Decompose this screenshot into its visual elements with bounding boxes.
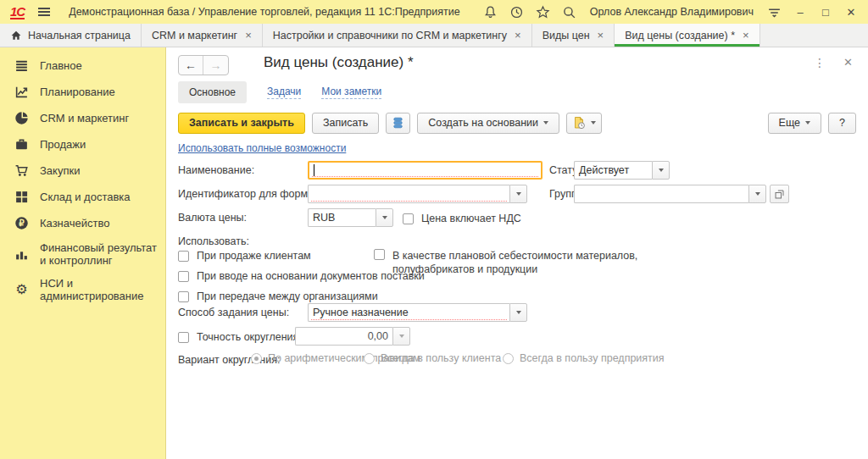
rounding-arithmetic-radio[interactable] xyxy=(251,353,262,364)
sidebar-item-label: Продажи xyxy=(40,138,86,151)
sidebar-item-finance[interactable]: Финансовый результат и контроллинг xyxy=(0,236,165,272)
notifications-bell-icon[interactable] xyxy=(483,5,498,19)
use-sale-checkbox[interactable] xyxy=(178,251,189,262)
rounding-precision-input[interactable]: 0,00 xyxy=(295,327,392,346)
use-sale-label[interactable]: При продаже клиентам xyxy=(197,249,311,263)
rounding-company-favor-radio[interactable] xyxy=(503,353,514,364)
sidebar-item-label: Казначейство xyxy=(40,217,109,230)
cart-icon xyxy=(14,163,29,178)
tab-label: Начальная страница xyxy=(28,30,131,41)
use-interorg-checkbox[interactable] xyxy=(178,291,189,302)
save-button[interactable]: Записать xyxy=(312,113,379,134)
sidebar-item-administration[interactable]: ⚙ НСИ и администрирование xyxy=(0,272,165,307)
history-icon[interactable] xyxy=(509,5,524,19)
window-close-button[interactable]: ✕ xyxy=(844,6,858,19)
rounding-precision-value: 0,00 xyxy=(368,330,388,342)
gear-icon: ⚙ xyxy=(14,283,29,296)
use-planned-cost-checkbox[interactable] xyxy=(374,249,385,260)
chevron-down-icon xyxy=(659,169,664,172)
service-menu-icon[interactable] xyxy=(767,5,782,19)
tab-home[interactable]: Начальная страница xyxy=(0,24,142,47)
sidebar-item-purchases[interactable]: Закупки xyxy=(0,158,165,184)
rounding-client-favor-label[interactable]: Всегда в пользу клиента xyxy=(381,352,501,364)
create-based-on-button[interactable]: Создать на основании xyxy=(417,113,559,134)
window-maximize-button[interactable]: □ xyxy=(819,6,832,19)
sidebar-item-label: Главное xyxy=(40,59,82,72)
help-label: ? xyxy=(839,117,845,129)
sidebar-item-sales[interactable]: Продажи xyxy=(0,131,165,158)
tab-tasks[interactable]: Задачи xyxy=(267,86,301,99)
sidebar-item-treasury[interactable]: ₽ Казначейство xyxy=(0,210,165,236)
tab-price-kind-new[interactable]: Вид цены (создание) * × xyxy=(615,24,760,47)
open-in-new-icon xyxy=(774,189,785,200)
status-input[interactable]: Действует xyxy=(574,161,652,180)
more-button[interactable]: Еще xyxy=(768,113,821,134)
more-label: Еще xyxy=(779,117,800,129)
rounding-company-favor-label[interactable]: Всегда в пользу предприятия xyxy=(520,352,665,364)
sidebar-item-warehouse[interactable]: Склад и доставка xyxy=(0,184,165,210)
sidebar-item-planning[interactable]: Планирование xyxy=(0,79,165,105)
pie-chart-icon xyxy=(14,111,29,125)
tab-my-notes[interactable]: Мои заметки xyxy=(321,86,381,99)
name-input[interactable] xyxy=(308,161,542,180)
group-input[interactable] xyxy=(574,185,748,203)
form-title: Вид цены (создание) * xyxy=(264,54,414,71)
use-supply-docs-checkbox[interactable] xyxy=(178,271,189,282)
chevron-down-icon xyxy=(591,121,596,124)
tab-close-icon[interactable]: × xyxy=(515,29,521,41)
sidebar-item-main[interactable]: Главное xyxy=(0,53,165,79)
currency-input[interactable]: RUB xyxy=(308,208,376,227)
group-open-button[interactable] xyxy=(770,185,789,203)
tab-crm-settings[interactable]: Настройки и справочники по CRM и маркети… xyxy=(263,24,532,47)
use-interorg-label[interactable]: При передаче между организациями xyxy=(197,290,378,303)
use-planned-cost-label[interactable]: В качестве плановой себестоимости матери… xyxy=(392,249,664,276)
svg-text:₽: ₽ xyxy=(19,218,25,228)
sidebar-item-label: CRM и маркетинг xyxy=(40,112,129,124)
sidebar-item-crm[interactable]: CRM и маркетинг xyxy=(0,105,165,131)
help-button[interactable]: ? xyxy=(828,113,856,134)
forward-button[interactable]: → xyxy=(203,56,228,75)
rounding-precision-label[interactable]: Точность округления: xyxy=(197,330,302,344)
current-user[interactable]: Орлов Александр Владимирович xyxy=(590,6,754,18)
main-menu-icon[interactable] xyxy=(38,8,50,16)
tab-crm-marketing[interactable]: CRM и маркетинг × xyxy=(142,24,263,47)
save-and-close-button[interactable]: Записать и закрыть xyxy=(178,113,305,134)
document-register-records-button[interactable] xyxy=(386,113,410,134)
open-windows-tabbar: Начальная страница CRM и маркетинг × Нас… xyxy=(0,24,868,47)
tab-price-kinds[interactable]: Виды цен × xyxy=(532,24,615,47)
use-full-features-link[interactable]: Использовать полные возможности xyxy=(178,142,346,154)
tab-main[interactable]: Основное xyxy=(178,81,247,103)
vat-included-checkbox[interactable] xyxy=(403,213,414,224)
back-button[interactable]: ← xyxy=(179,56,203,75)
grid-icon xyxy=(14,190,29,204)
window-minimize-button[interactable]: – xyxy=(793,6,807,19)
method-label: Способ задания цены: xyxy=(178,303,289,322)
currency-value: RUB xyxy=(313,212,335,224)
change-history-button[interactable] xyxy=(566,113,602,134)
tab-close-icon[interactable]: × xyxy=(245,29,252,41)
required-field-marker xyxy=(311,319,507,320)
rounding-precision-checkbox[interactable] xyxy=(178,332,189,343)
search-icon[interactable] xyxy=(562,5,576,19)
vat-included-label[interactable]: Цена включает НДС xyxy=(421,212,521,225)
briefcase-icon xyxy=(14,137,29,152)
rounding-client-favor-radio[interactable] xyxy=(364,353,375,364)
group-dropdown-button[interactable] xyxy=(748,185,766,203)
method-dropdown-button[interactable] xyxy=(509,303,527,322)
text-cursor xyxy=(314,164,314,176)
tab-close-icon[interactable]: × xyxy=(598,29,604,41)
currency-dropdown-button[interactable] xyxy=(376,208,393,227)
name-label: Наименование: xyxy=(178,161,254,180)
chevron-down-icon xyxy=(382,216,387,219)
form-nav-buttons: ← → xyxy=(178,55,229,75)
method-input[interactable]: Ручное назначение xyxy=(308,303,509,322)
more-vert-icon[interactable]: ⋮ xyxy=(814,56,826,69)
rounding-precision-dropdown-button[interactable] xyxy=(392,327,410,346)
identifier-input[interactable] xyxy=(308,185,509,203)
chevron-down-icon xyxy=(805,121,810,124)
form-close-icon[interactable]: ✕ xyxy=(843,56,853,69)
favorites-star-icon[interactable] xyxy=(536,5,550,19)
tab-close-icon[interactable]: × xyxy=(743,29,749,41)
identifier-dropdown-button[interactable] xyxy=(509,185,527,203)
status-dropdown-button[interactable] xyxy=(652,161,670,180)
